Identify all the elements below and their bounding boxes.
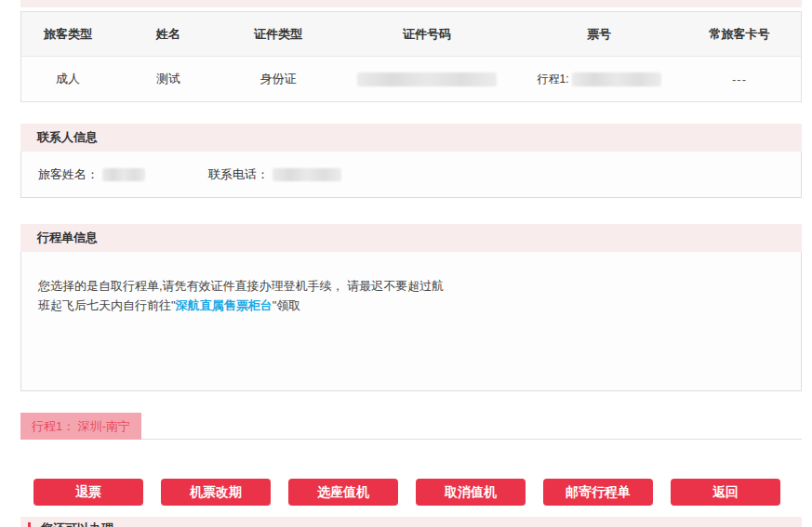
col-header-ticket-number: 票号	[520, 26, 678, 43]
ticket-counter-link[interactable]: 深航直属售票柜台	[176, 298, 273, 312]
redacted-id-number	[357, 72, 497, 86]
col-header-name: 姓名	[114, 26, 222, 43]
contact-section-header: 联系人信息	[20, 124, 802, 152]
ticket-detail-page: 旅客类型 姓名 证件类型 证件号码 票号 常旅客卡号 成人 测试 身份证 行程1…	[0, 0, 812, 527]
redacted-contact-phone	[273, 168, 341, 181]
passenger-table-header: 旅客类型 姓名 证件类型 证件号码 票号 常旅客卡号	[21, 12, 801, 57]
redacted-contact-name	[102, 168, 145, 181]
ticket-prefix-label: 行程1:	[537, 72, 568, 87]
cell-passenger-name: 测试	[114, 71, 222, 87]
mail-itinerary-button[interactable]: 邮寄行程单	[543, 479, 653, 506]
contact-section-body: 旅客姓名： 联系电话：	[20, 152, 802, 198]
cell-ticket-number: 行程1:	[520, 72, 678, 87]
cell-frequent-flyer: ---	[678, 72, 801, 86]
more-services-title: 您还可以办理	[41, 520, 113, 527]
cancel-checkin-button[interactable]: 取消值机	[416, 479, 526, 506]
passenger-table-row: 成人 测试 身份证 行程1: ---	[21, 57, 801, 101]
col-header-frequent-flyer: 常旅客卡号	[678, 26, 801, 43]
cell-id-number	[334, 72, 520, 86]
back-button[interactable]: 返回	[671, 479, 780, 506]
itinerary-section-header: 行程单信息	[20, 224, 802, 252]
col-header-passenger-type: 旅客类型	[21, 26, 114, 43]
red-accent-bar	[28, 522, 31, 527]
redacted-ticket-number	[572, 72, 661, 86]
seat-checkin-button[interactable]: 选座值机	[288, 479, 398, 506]
top-section-header-partial	[20, 0, 802, 7]
itinerary-text-line1: 您选择的是自取行程单,请凭有效证件直接办理登机手续， 请最迟不要超过航	[38, 279, 444, 293]
itinerary-section-title: 行程单信息	[37, 230, 98, 246]
itinerary-text-line2-after: "领取	[273, 298, 301, 312]
cell-passenger-type: 成人	[21, 71, 114, 87]
tab-trip-1[interactable]: 行程1： 深圳-南宁	[20, 413, 141, 440]
col-header-id-type: 证件类型	[222, 26, 334, 43]
refund-button[interactable]: 退票	[33, 479, 143, 506]
itinerary-section-body: 您选择的是自取行程单,请凭有效证件直接办理登机手续， 请最迟不要超过航 班起飞后…	[20, 252, 802, 391]
action-buttons-row: 退票 机票改期 选座值机 取消值机 邮寄行程单 返回	[20, 479, 802, 506]
contact-section-title: 联系人信息	[37, 129, 98, 146]
cell-id-type: 身份证	[222, 71, 334, 87]
itinerary-text-line2-before: 班起飞后七天内自行前往"	[38, 298, 176, 312]
contact-name-label: 旅客姓名：	[38, 166, 99, 183]
passenger-table: 旅客类型 姓名 证件类型 证件号码 票号 常旅客卡号 成人 测试 身份证 行程1…	[20, 11, 802, 102]
col-header-id-number: 证件号码	[334, 26, 520, 43]
reschedule-button[interactable]: 机票改期	[161, 479, 271, 506]
contact-phone-label: 联系电话：	[208, 166, 269, 183]
more-services-section-partial: 您还可以办理	[20, 517, 802, 527]
